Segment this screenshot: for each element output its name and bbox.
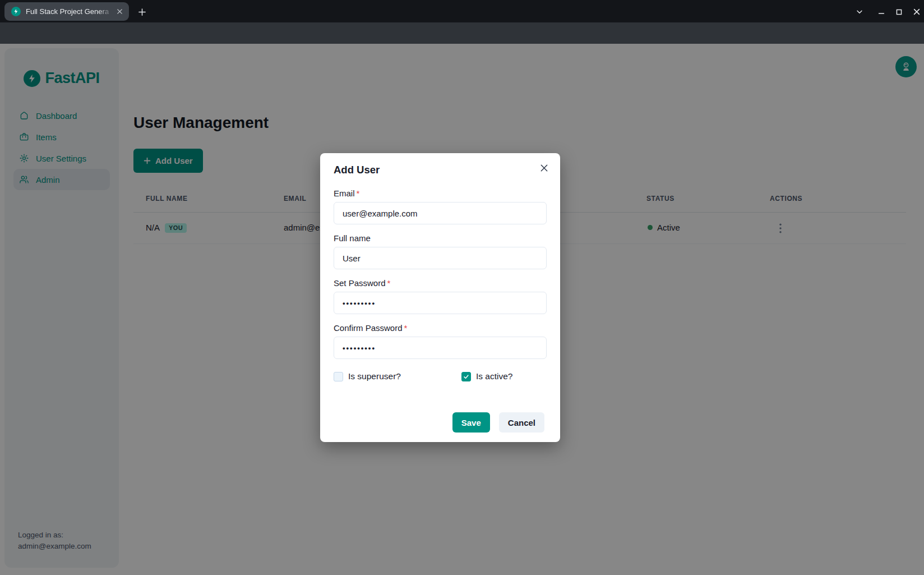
modal-close-button[interactable] bbox=[536, 160, 552, 176]
checkbox-row: Is superuser? Is active? bbox=[334, 371, 547, 381]
cancel-button[interactable]: Cancel bbox=[499, 412, 544, 433]
window-maximize-button[interactable] bbox=[891, 4, 906, 19]
checkbox-unchecked-icon[interactable] bbox=[334, 372, 343, 381]
browser-tab[interactable]: Full Stack Project Genera bbox=[4, 2, 129, 21]
tab-search-chevron-icon[interactable] bbox=[852, 4, 867, 19]
confirm-password-label: Confirm Password* bbox=[334, 323, 547, 333]
full-name-field[interactable] bbox=[334, 247, 547, 269]
confirm-password-field[interactable] bbox=[334, 337, 547, 359]
save-button[interactable]: Save bbox=[452, 412, 490, 433]
is-superuser-label: Is superuser? bbox=[348, 371, 401, 381]
window-minimize-button[interactable] bbox=[874, 4, 889, 19]
full-name-label: Full name bbox=[334, 233, 547, 243]
is-active-label: Is active? bbox=[476, 371, 512, 381]
email-field[interactable] bbox=[334, 202, 547, 224]
required-marker: * bbox=[387, 278, 391, 288]
set-password-field[interactable] bbox=[334, 292, 547, 314]
modal-title: Add User bbox=[334, 153, 547, 176]
confirm-password-field-group: Confirm Password* bbox=[334, 323, 547, 359]
set-password-label: Set Password* bbox=[334, 278, 547, 288]
close-icon bbox=[540, 164, 548, 172]
required-marker: * bbox=[404, 323, 408, 333]
email-field-group: Email* bbox=[334, 188, 547, 224]
is-superuser-checkbox[interactable]: Is superuser? bbox=[334, 371, 401, 381]
tab-close-icon[interactable] bbox=[114, 7, 124, 17]
tab-strip: Full Stack Project Genera bbox=[0, 0, 924, 22]
window-close-button[interactable] bbox=[909, 4, 924, 19]
tab-title: Full Stack Project Genera bbox=[26, 7, 114, 16]
full-name-field-group: Full name bbox=[334, 233, 547, 269]
required-marker: * bbox=[357, 188, 360, 198]
set-password-field-group: Set Password* bbox=[334, 278, 547, 314]
new-tab-button[interactable] bbox=[135, 4, 149, 19]
is-active-checkbox[interactable]: Is active? bbox=[461, 371, 512, 381]
fastapi-favicon-icon bbox=[11, 7, 21, 16]
checkbox-checked-icon[interactable] bbox=[461, 372, 471, 381]
modal-actions: Save Cancel bbox=[452, 412, 544, 433]
add-user-modal: Add User Email* Full name Set Password* … bbox=[320, 153, 560, 442]
email-label: Email* bbox=[334, 188, 547, 198]
browser-toolbar: i localhost/admin 1 bbox=[0, 22, 924, 44]
